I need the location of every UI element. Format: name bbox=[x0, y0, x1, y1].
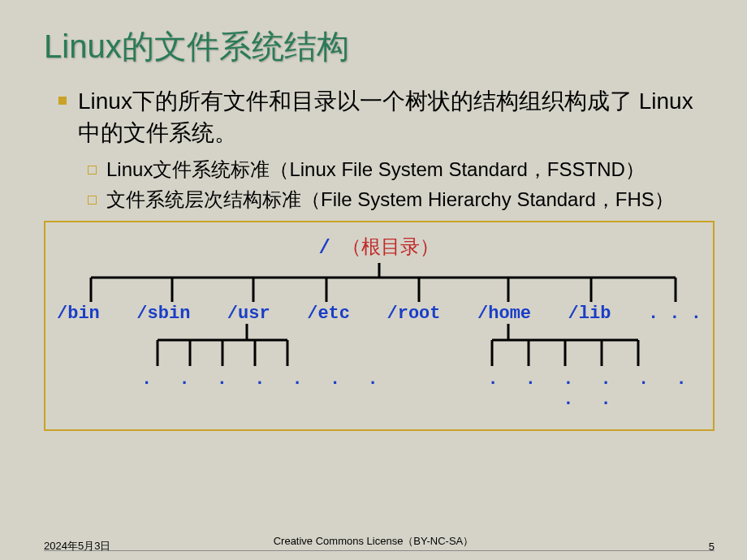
root-symbol: / bbox=[319, 237, 330, 259]
footer-date: 2024年5月3日 bbox=[44, 539, 110, 554]
tree-dir: /etc bbox=[307, 304, 350, 324]
slide-footer: Creative Commons License（BY-NC-SA） 2024年… bbox=[0, 539, 747, 554]
footer-page-number: 5 bbox=[709, 541, 715, 553]
main-bullet-text: Linux下的所有文件和目录以一个树状的结构组织构成了 Linux 中的文件系统… bbox=[78, 85, 695, 149]
bullet-outline-icon bbox=[88, 166, 97, 174]
tree-dir: . . . bbox=[648, 304, 702, 324]
tree-dir: /usr bbox=[227, 304, 270, 324]
main-bullet: Linux下的所有文件和目录以一个树状的结构组织构成了 Linux 中的文件系统… bbox=[0, 69, 747, 149]
tree-dir: /sbin bbox=[136, 304, 190, 324]
tree-dir-row: /bin /sbin /usr /etc /root /home /lib . … bbox=[52, 304, 706, 324]
sub-bullet: Linux文件系统标准（Linux File System Standard，F… bbox=[88, 157, 747, 183]
slide-title: Linux的文件系统结构 bbox=[0, 0, 747, 69]
tree-dir: /bin bbox=[57, 304, 100, 324]
bullet-icon bbox=[58, 97, 67, 105]
sub-bullet-text: 文件系统层次结构标准（File System Hierarchy Standar… bbox=[106, 187, 674, 213]
tree-sub-right: . . . . . . . . bbox=[476, 324, 706, 410]
tree-sub-connector bbox=[476, 324, 654, 369]
tree-dir: /lib bbox=[568, 304, 611, 324]
tree-sub-dots: . . . . . . . . bbox=[476, 369, 706, 410]
tree-connector-lines bbox=[58, 263, 700, 304]
sub-bullet: 文件系统层次结构标准（File System Hierarchy Standar… bbox=[88, 187, 747, 213]
tree-sub-dots: . . . . . . . bbox=[141, 369, 386, 390]
bullet-outline-icon bbox=[88, 196, 97, 205]
filesystem-tree-diagram: / （根目录） /bin /sbin /usr /etc /root /home… bbox=[44, 221, 715, 431]
footer-rule bbox=[44, 550, 715, 551]
tree-sub-connector bbox=[141, 324, 304, 369]
tree-sub-left: . . . . . . . bbox=[141, 324, 386, 390]
footer-license: Creative Commons License（BY-NC-SA） bbox=[0, 534, 747, 549]
tree-dir: /home bbox=[477, 304, 531, 324]
sub-bullet-list: Linux文件系统标准（Linux File System Standard，F… bbox=[0, 149, 747, 213]
tree-dir: /root bbox=[387, 304, 441, 324]
root-label: （根目录） bbox=[342, 237, 439, 259]
tree-root: / （根目录） bbox=[52, 234, 706, 260]
sub-bullet-text: Linux文件系统标准（Linux File System Standard，F… bbox=[106, 157, 645, 183]
tree-sub-wrap: . . . . . . . . . . . . . . . bbox=[52, 324, 706, 405]
